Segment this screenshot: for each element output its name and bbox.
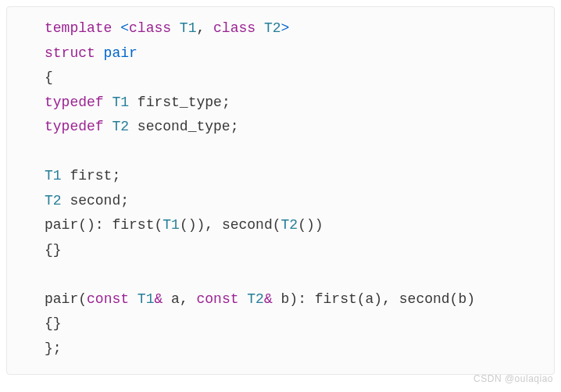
keyword-typedef: typedef xyxy=(45,119,104,134)
ctor-name: pair xyxy=(45,291,78,307)
parens: (b) xyxy=(450,291,475,307)
type-t2: T2 xyxy=(45,193,70,208)
parens: () xyxy=(298,217,315,233)
semicolon: ; xyxy=(230,119,239,134)
keyword-class: class xyxy=(129,20,171,36)
type-pair: pair xyxy=(95,45,138,61)
code-line-9: pair(): first(T1()), second(T2()) xyxy=(45,213,538,238)
type-t1: T1 xyxy=(171,20,196,36)
colon: : xyxy=(95,217,113,233)
code-line-1: template <class T1, class T2> xyxy=(45,16,538,41)
parens: () xyxy=(180,217,197,233)
code-line-3: { xyxy=(45,66,538,91)
parens: () xyxy=(78,217,95,233)
code-line-11 xyxy=(45,262,538,287)
keyword-template: template xyxy=(45,20,112,36)
keyword-const: const xyxy=(87,291,129,307)
comma: , xyxy=(196,20,205,36)
paren-close: ) xyxy=(289,291,298,307)
code-line-6 xyxy=(45,140,538,165)
paren-open: ( xyxy=(154,217,163,233)
type-t1: T1 xyxy=(163,217,180,233)
identifier: second_type xyxy=(138,119,230,134)
comma: , xyxy=(382,291,399,307)
keyword-class: class xyxy=(205,20,255,36)
code-block: template <class T1, class T2> struct pai… xyxy=(6,6,555,375)
semicolon: ; xyxy=(112,168,120,184)
brace-close: }; xyxy=(45,340,62,356)
code-line-14: }; xyxy=(45,337,538,362)
braces: {} xyxy=(45,315,62,331)
identifier: second xyxy=(70,193,120,208)
identifier: second xyxy=(222,217,273,233)
param-a: a xyxy=(163,291,180,307)
identifier: first xyxy=(315,291,357,307)
semicolon: ; xyxy=(222,94,230,110)
keyword-const: const xyxy=(188,291,239,307)
type-t1: T1 xyxy=(104,94,138,110)
type-t2: T2 xyxy=(281,217,298,233)
comma: , xyxy=(205,217,222,233)
code-line-10: {} xyxy=(45,238,538,263)
paren-close: ) xyxy=(315,217,323,233)
code-line-12: pair(const T1& a, const T2& b): first(a)… xyxy=(45,287,538,312)
identifier: first xyxy=(70,168,112,184)
identifier: second xyxy=(399,291,450,307)
angle-open: < xyxy=(112,20,129,36)
paren-open: ( xyxy=(78,291,87,307)
colon: : xyxy=(298,291,315,307)
paren-close: ) xyxy=(196,217,205,233)
brace-open: { xyxy=(45,69,53,85)
amp: & xyxy=(154,291,163,307)
type-t1: T1 xyxy=(129,291,154,307)
code-line-8: T2 second; xyxy=(45,189,538,214)
type-t2: T2 xyxy=(104,119,138,134)
type-t1: T1 xyxy=(45,168,70,184)
watermark-text: CSDN @oulaqiao xyxy=(473,371,553,387)
code-line-5: typedef T2 second_type; xyxy=(45,115,538,140)
keyword-struct: struct xyxy=(45,45,95,61)
param-b: b xyxy=(273,291,290,307)
angle-close: > xyxy=(280,20,289,36)
semicolon: ; xyxy=(120,193,129,208)
parens: (a) xyxy=(357,291,382,307)
identifier: first xyxy=(112,217,154,233)
code-line-13: {} xyxy=(45,312,538,337)
code-line-7: T1 first; xyxy=(45,164,538,189)
paren-open: ( xyxy=(273,217,281,233)
identifier: first_type xyxy=(138,94,222,110)
keyword-typedef: typedef xyxy=(45,94,104,110)
code-line-2: struct pair xyxy=(45,41,538,66)
comma: , xyxy=(180,291,188,307)
type-t2: T2 xyxy=(239,291,264,307)
code-line-4: typedef T1 first_type; xyxy=(45,91,538,116)
braces: {} xyxy=(45,242,62,258)
ctor-name: pair xyxy=(45,217,78,233)
amp: & xyxy=(264,291,273,307)
type-t2: T2 xyxy=(255,20,280,36)
